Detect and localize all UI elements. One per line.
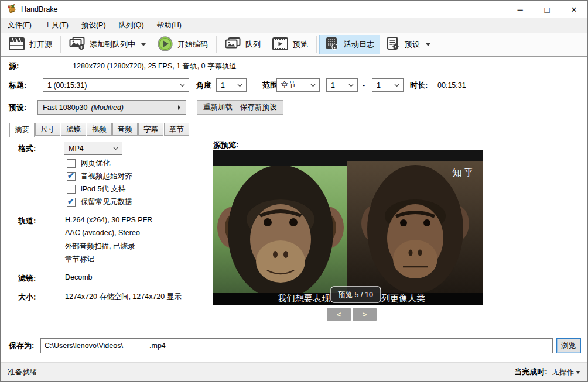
angle-select[interactable]: 1 <box>216 78 247 92</box>
dropdown-arrow-icon <box>426 43 430 46</box>
menu-bar: 文件(F) 工具(T) 预设(P) 队列(Q) 帮助(H) <box>1 18 587 33</box>
title-label: 标题: <box>9 80 26 91</box>
save-new-preset-button[interactable]: 保存新预设 <box>234 100 283 115</box>
checkbox-label: 网页优化 <box>81 159 110 168</box>
preview-counter-overlay: 预览 5 / 10 <box>337 291 373 299</box>
reload-preset-button[interactable]: 重新加载 <box>197 100 239 115</box>
tab-dimensions[interactable]: 尺寸 <box>35 123 60 136</box>
format-label-wrap: 格式: <box>18 142 36 155</box>
title-label-wrap: 标题: <box>9 78 26 92</box>
image-stack-icon <box>225 37 241 51</box>
chevron-down-icon <box>113 147 118 150</box>
tab-video[interactable]: 视频 <box>87 123 112 136</box>
start-encode-button[interactable]: 开始编码 <box>152 35 214 54</box>
filters-value: Decomb <box>65 273 93 281</box>
when-done-label: 当完成时: <box>514 367 547 377</box>
start-encode-label: 开始编码 <box>177 39 208 50</box>
keep-metadata-checkbox-row[interactable]: 保留常见元数据 <box>67 196 132 208</box>
duration-label: 时长: <box>410 80 428 91</box>
next-preview-button[interactable]: > <box>353 308 377 321</box>
reload-preset-label: 重新加载 <box>203 102 233 112</box>
track-line: 章节标记 <box>65 254 94 264</box>
track-audio: AAC (avcodec), Stereo <box>65 229 140 237</box>
title-select[interactable]: 1 (00:15:31) <box>43 78 189 92</box>
handbrake-logo-icon <box>6 4 16 15</box>
checkbox[interactable] <box>67 198 76 207</box>
checkbox-label: iPod 5代 支持 <box>81 184 125 194</box>
track-line: H.264 (x264), 30 FPS PFR <box>65 216 152 224</box>
window-controls: ─ □ ✕ <box>507 1 587 18</box>
subtitle-text-right: 列更像人类 <box>381 293 425 303</box>
minimize-button[interactable]: ─ <box>507 1 534 18</box>
preview-button[interactable]: 预览 <box>266 35 314 54</box>
checkbox-label: 音视频起始对齐 <box>81 171 132 181</box>
source-info: 1280x720 (1280x720), 25 FPS, 1 音轨, 0 字幕轨… <box>73 60 237 72</box>
size-label-wrap: 大小: <box>18 292 36 302</box>
browse-button[interactable]: 浏览 <box>556 338 581 353</box>
browse-label: 浏览 <box>562 341 576 351</box>
toolbar-separator <box>60 36 61 53</box>
checkbox[interactable] <box>67 172 76 181</box>
size-value-wrap: 1274x720 存储空间, 1274x720 显示 <box>65 292 182 302</box>
previous-preview-button[interactable]: < <box>327 308 351 321</box>
range-start-select[interactable]: 1 <box>326 78 358 92</box>
chevron-down-icon <box>180 84 185 87</box>
preview-label: 预览 <box>293 39 308 50</box>
queue-button[interactable]: 队列 <box>219 35 266 54</box>
tab-audio[interactable]: 音频 <box>112 123 138 136</box>
tab-subtitles[interactable]: 字幕 <box>138 123 163 136</box>
checkbox[interactable] <box>67 159 76 168</box>
chevron-down-icon <box>310 84 316 87</box>
tab-filters[interactable]: 滤镜 <box>61 123 86 136</box>
menu-item-presets[interactable]: 预设(P) <box>75 18 112 33</box>
ipod-support-checkbox-row[interactable]: iPod 5代 支持 <box>67 183 125 195</box>
range-type-select[interactable]: 章节 <box>276 78 320 92</box>
web-optimized-checkbox-row[interactable]: 网页优化 <box>67 157 110 169</box>
preset-dropdown-button[interactable]: Fast 1080p30 (Modified) <box>37 100 186 115</box>
menu-item-file[interactable]: 文件(F) <box>1 18 38 33</box>
save-new-preset-label: 保存新预设 <box>240 102 277 112</box>
format-select[interactable]: MP4 <box>64 142 122 155</box>
size-label: 大小: <box>18 292 36 302</box>
source-label: 源: <box>9 61 19 71</box>
presets-button[interactable]: 预设 <box>380 35 436 54</box>
document-info-icon <box>325 37 339 52</box>
range-end-select[interactable]: 1 <box>372 78 404 92</box>
menu-item-help[interactable]: 帮助(H) <box>151 18 188 33</box>
preset-name: Fast 1080p30 <box>43 104 87 112</box>
av-align-checkbox-row[interactable]: 音视频起始对齐 <box>67 170 132 182</box>
maximize-button[interactable]: □ <box>534 1 560 18</box>
track-line: AAC (avcodec), Stereo <box>65 229 140 237</box>
tracks-label: 轨道: <box>18 216 36 226</box>
format-select-value: MP4 <box>69 144 84 153</box>
checkbox[interactable] <box>67 185 76 194</box>
presets-label: 预设 <box>405 39 420 50</box>
save-path-input[interactable] <box>40 338 553 353</box>
track-line: 外部音频扫描, 已烧录 <box>65 242 135 252</box>
angle-select-value: 1 <box>221 81 225 90</box>
activity-log-button[interactable]: 活动日志 <box>319 35 380 54</box>
preset-label-wrap: 预设: <box>9 100 26 115</box>
chevron-down-icon <box>237 84 242 87</box>
open-source-button[interactable]: 打开源 <box>3 35 58 54</box>
title-bar: HandBrake ─ □ ✕ <box>1 1 587 18</box>
track-subtitle: 外部音频扫描, 已烧录 <box>65 242 135 252</box>
save-as-label: 保存为: <box>9 340 34 351</box>
tab-chapters[interactable]: 章节 <box>164 123 189 136</box>
activity-log-label: 活动日志 <box>344 39 374 50</box>
when-done-dropdown[interactable]: 无操作 <box>552 367 581 377</box>
tab-summary[interactable]: 摘要 <box>9 123 35 137</box>
close-button[interactable]: ✕ <box>560 1 587 18</box>
status-bar: 准备就绪 当完成时: 无操作 <box>1 362 587 381</box>
film-frame-icon <box>272 37 288 52</box>
menu-item-queue[interactable]: 队列(Q) <box>112 18 151 33</box>
range-end-value: 1 <box>377 81 381 90</box>
window-title: HandBrake <box>21 5 58 13</box>
size-value: 1274x720 存储空间, 1274x720 显示 <box>65 292 182 302</box>
title-select-value: 1 (00:15:31) <box>47 81 87 90</box>
range-type-value: 章节 <box>281 80 296 90</box>
add-to-queue-button[interactable]: 添加到队列中 <box>63 35 152 54</box>
source-preview-label: 源预览: <box>213 140 238 150</box>
subtitle-text-left: 我们想要表现 <box>278 293 330 303</box>
menu-item-tools[interactable]: 工具(T) <box>38 18 75 33</box>
